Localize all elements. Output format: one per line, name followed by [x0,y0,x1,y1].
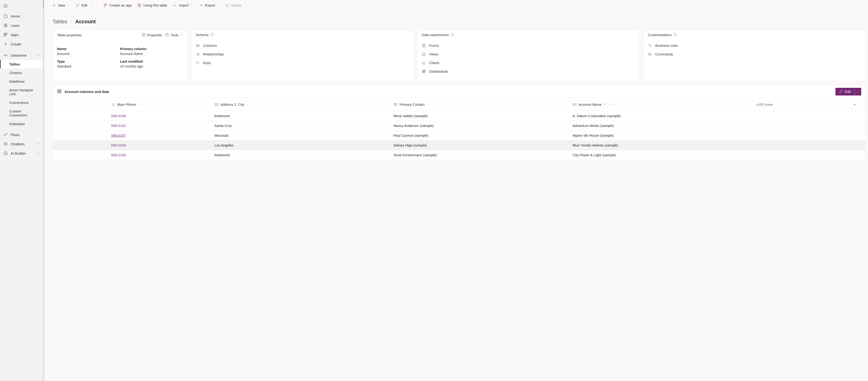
table-row[interactable]: 555-0154Los AngelesSidney Higa (sample)B… [53,140,865,150]
breadcrumb-parent[interactable]: Tables [53,19,67,25]
create-app-button[interactable]: Create an app [101,2,134,9]
sidebar-item-flows[interactable]: Flows [0,130,43,139]
svg-rect-10 [4,143,7,145]
card-title: Data experiences [422,33,449,37]
dashboards-link[interactable]: Dashboards [422,67,636,76]
export-button[interactable]: Export [196,2,222,9]
sidebar-item-gateways[interactable]: Gateways [0,119,43,128]
cell-account[interactable]: A. Datum Corporation (sample) [569,111,748,121]
row-handle[interactable] [53,150,108,160]
info-icon[interactable] [210,33,214,37]
columns-link[interactable]: Abc Columns [196,41,409,50]
views-link[interactable]: Views [422,50,636,58]
new-button[interactable]: New [50,2,72,9]
sidebar-item-label: Flows [11,133,20,137]
import-button[interactable]: Import [170,2,196,9]
edit-button[interactable]: Edit [73,2,90,9]
sidebar-item-label: Home [11,14,20,18]
sidebar-item-connections[interactable]: Connections [0,98,43,107]
business-rules-link[interactable]: Business rules [648,41,861,50]
keys-link[interactable]: Keys [196,58,409,67]
table-row[interactable]: 555-0157MissoulaPaul Cannon (sample)Alpi… [53,130,865,140]
cell-contact[interactable]: Rene Valdes (sample) [390,111,569,121]
charts-link[interactable]: Charts [422,58,636,67]
phone-type-icon [111,103,115,106]
edit-dropdown[interactable] [93,2,100,9]
pencil-icon [839,89,843,94]
svg-rect-18 [106,4,107,5]
sidebar-item-azure-synapse-link[interactable]: Azure Synapse Link [0,86,43,98]
svg-line-43 [198,63,199,63]
cell-city[interactable]: Redmond [211,150,391,160]
row-handle[interactable] [53,140,108,150]
cell-city[interactable]: Los Angeles [211,140,391,150]
cell-city[interactable]: Santa Cruz [211,121,391,130]
cell-account[interactable]: Adventure Works (sample) [569,121,748,130]
cell-city[interactable]: Redmond [211,111,391,121]
grid-edit-button[interactable]: Edit [835,88,855,95]
cell-phone[interactable]: 555-0157 [108,130,211,140]
svg-line-39 [197,53,198,54]
table-row[interactable]: 555-0155RedmondScott Konersmann (sample)… [53,150,865,160]
commands-link[interactable]: Commands [648,50,861,58]
cell-account[interactable]: Alpine Ski House (sample) [569,130,748,140]
chevron-down-icon [190,3,193,7]
relationships-link[interactable]: Relationships [196,50,409,58]
grid-edit-dropdown[interactable] [855,88,861,95]
cell-contact[interactable]: Sidney Higa (sample) [390,140,569,150]
flow-icon [3,132,8,137]
sidebar-item-custom-connectors[interactable]: Custom Connectors [0,107,43,119]
cell-phone[interactable]: 555-0152 [108,121,211,130]
cell-phone[interactable]: 555-0158 [108,111,211,121]
col-header-contact[interactable]: Primary Contact [390,98,569,111]
tools-button[interactable]: Tools [165,33,183,37]
add-column-button[interactable] [849,103,860,107]
sidebar-item-create[interactable]: Create [0,39,43,49]
cell-contact[interactable]: Paul Cannon (sample) [390,130,569,140]
more-columns-button[interactable]: +152 more [754,102,779,107]
col-header-phone[interactable]: Main Phone [108,98,211,111]
info-icon[interactable] [451,33,454,37]
chevron-down-icon [775,102,777,107]
forms-link[interactable]: Forms [422,41,636,50]
properties-button[interactable]: Properties [142,33,162,37]
sidebar-item-dataflows[interactable]: Dataflows [0,77,43,86]
cell-contact[interactable]: Nancy Anderson (sample) [390,121,569,130]
cell-city[interactable]: Missoula [211,130,391,140]
required-indicator: * [604,102,606,107]
row-handle[interactable] [53,130,108,140]
sidebar-scrollbar[interactable] [43,0,44,8]
table-row[interactable]: 555-0152Santa CruzNancy Anderson (sample… [53,121,865,130]
col-header-account[interactable]: Abc Account Name * [569,98,748,111]
card-title: Table properties [57,33,82,37]
sidebar-item-home[interactable]: Home [0,11,43,21]
cell-contact[interactable]: Scott Konersmann (sample) [390,150,569,160]
sidebar-item-dataverse[interactable]: Dataverse [0,51,43,60]
svg-point-38 [198,55,199,55]
using-table-button[interactable]: Using this table [135,2,169,9]
sidebar-item-choices[interactable]: Choices [0,68,43,77]
row-handle[interactable] [53,111,108,121]
sidebar-item-chatbots[interactable]: Chatbots [0,139,43,149]
last-modified-label: Last modified [120,59,183,63]
cell-account[interactable]: Blue Yonder Airlines (sample) [569,140,748,150]
relationships-label: Relationships [203,52,224,56]
sidebar-item-tables[interactable]: Tables [0,60,43,68]
sidebar-item-ai-builder[interactable]: AI Builder [0,149,43,158]
new-label: New [58,3,65,7]
cell-account[interactable]: City Power & Light (sample) [569,150,748,160]
info-icon[interactable] [674,33,677,37]
sidebar-item-learn[interactable]: Learn [0,21,43,30]
sidebar-item-apps[interactable]: Apps [0,30,43,39]
svg-rect-56 [424,70,425,71]
cell-phone[interactable]: 555-0155 [108,150,211,160]
grid-title: Account columns and data [64,90,109,94]
cell-phone[interactable]: 555-0154 [108,140,211,150]
row-handle[interactable] [53,121,108,130]
name-value: Account [57,52,120,56]
sidebar-item-label: Choices [9,71,22,75]
col-header-city[interactable]: Abc Address 1: City [211,98,391,111]
hamburger-button[interactable] [0,0,43,11]
row-handle-header [53,98,108,111]
table-row[interactable]: 555-0158RedmondRene Valdes (sample)A. Da… [53,111,865,121]
